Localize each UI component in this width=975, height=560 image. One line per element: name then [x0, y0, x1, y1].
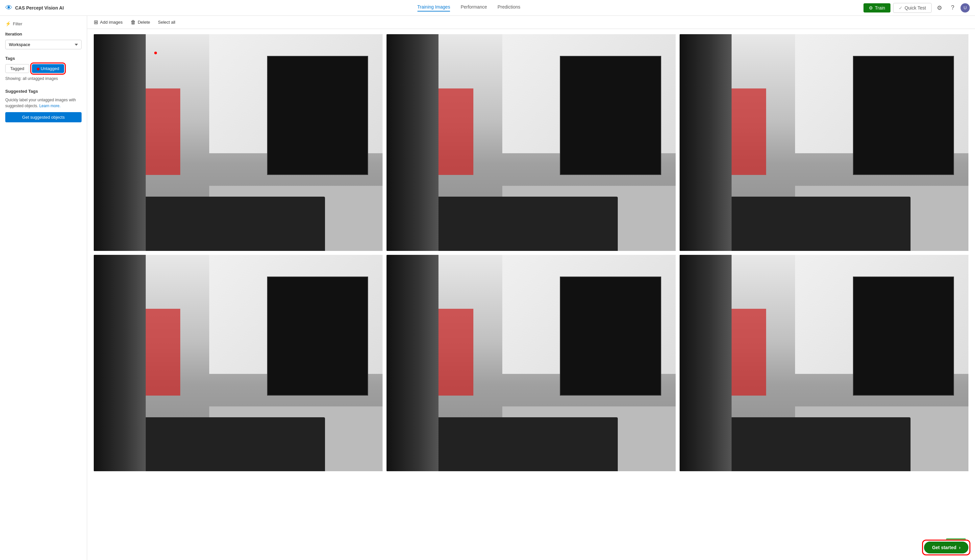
untagged-button[interactable]: Untagged: [32, 64, 64, 73]
settings-button[interactable]: ⚙: [934, 3, 945, 13]
iteration-title: Iteration: [5, 32, 82, 37]
iteration-select[interactable]: Workspace: [5, 40, 82, 49]
tagged-button[interactable]: Tagged: [5, 64, 29, 73]
app-header: 👁 CAS Percept Vision AI Training Images …: [0, 0, 975, 16]
get-started-highlight: Get started ›: [924, 542, 968, 553]
logo-icon: 👁: [5, 3, 12, 12]
image-grid: [87, 29, 975, 560]
header-actions: ⚙ Train ✓ Quick Test ⚙ ? U: [863, 3, 970, 13]
filter-icon: ⚡: [5, 21, 11, 26]
image-tile[interactable]: [679, 34, 968, 251]
iteration-section: Iteration Workspace: [5, 32, 82, 49]
image-tile[interactable]: [387, 255, 675, 472]
get-started-button[interactable]: Get started ›: [924, 542, 968, 553]
image-tile[interactable]: [94, 255, 382, 472]
image-tile[interactable]: [94, 34, 382, 251]
logo-text: CAS Percept Vision AI: [15, 5, 64, 10]
get-started-wrapper: Get started ›: [924, 538, 968, 553]
main-layout: ⚡ Filter Iteration Workspace Tags Tagged…: [0, 16, 975, 560]
nav-predictions[interactable]: Predictions: [498, 4, 520, 12]
image-tile[interactable]: [387, 34, 675, 251]
add-images-button[interactable]: ⊞ Add images: [94, 19, 123, 25]
get-started-container: Get started ›: [924, 538, 968, 553]
nav-training-images[interactable]: Training Images: [417, 4, 450, 12]
image-tile[interactable]: [679, 255, 968, 472]
showing-text: Showing: all untagged images: [5, 76, 82, 81]
untagged-dot: [37, 68, 40, 70]
arrow-icon: ›: [959, 545, 960, 550]
train-button[interactable]: ⚙ Train: [863, 3, 890, 12]
help-icon: ?: [951, 4, 954, 11]
delete-button[interactable]: 🗑 Delete: [130, 19, 150, 25]
quick-test-button[interactable]: ✓ Quick Test: [893, 3, 932, 13]
gear-icon: ⚙: [869, 5, 873, 10]
learn-more-link[interactable]: Learn more.: [39, 103, 60, 108]
nav-performance[interactable]: Performance: [461, 4, 487, 12]
delete-icon: 🗑: [130, 19, 136, 25]
content-area: ⊞ Add images 🗑 Delete Select all: [87, 16, 975, 560]
filter-section[interactable]: ⚡ Filter: [5, 21, 82, 26]
avatar-initial: U: [963, 5, 967, 10]
progress-bar: [946, 538, 966, 540]
app-logo: 👁 CAS Percept Vision AI: [5, 3, 64, 12]
sidebar: ⚡ Filter Iteration Workspace Tags Tagged…: [0, 16, 87, 560]
get-suggested-objects-button[interactable]: Get suggested objects: [5, 112, 82, 122]
avatar[interactable]: U: [960, 3, 970, 12]
toolbar: ⊞ Add images 🗑 Delete Select all: [87, 16, 975, 29]
main-nav: Training Images Performance Predictions: [74, 4, 863, 12]
help-button[interactable]: ?: [947, 3, 958, 13]
suggested-tags-section: Suggested Tags Quickly label your untagg…: [5, 89, 82, 122]
checkmark-icon: ✓: [899, 5, 903, 10]
tags-toggle: Tagged Untagged: [5, 64, 82, 73]
select-all-button[interactable]: Select all: [158, 20, 175, 25]
add-images-icon: ⊞: [94, 19, 98, 25]
suggested-tags-desc: Quickly label your untagged images with …: [5, 97, 82, 109]
suggested-tags-title: Suggested Tags: [5, 89, 82, 94]
settings-icon: ⚙: [937, 4, 942, 12]
tags-title: Tags: [5, 56, 82, 61]
tags-section: Tags Tagged Untagged Showing: all untagg…: [5, 56, 82, 81]
